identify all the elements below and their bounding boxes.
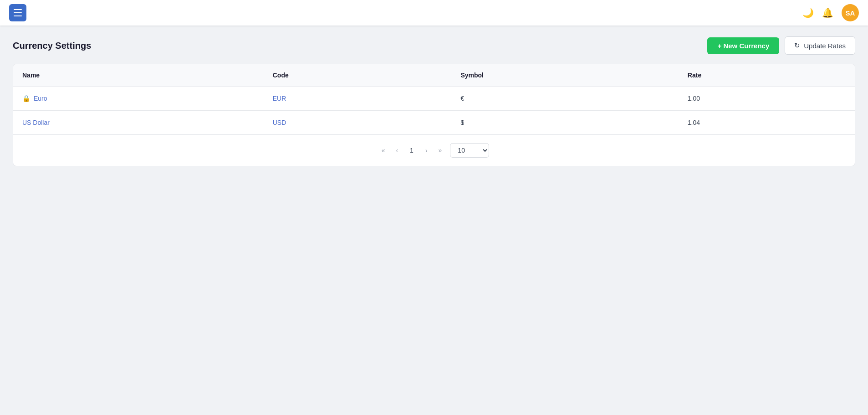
next-page-button[interactable]: › [423, 145, 430, 156]
currency-table: Name Code Symbol Rate 🔒 Euro [13, 64, 855, 166]
current-page: 1 [406, 145, 417, 156]
prev-page-button[interactable]: ‹ [393, 145, 401, 156]
currency-symbol-cell: € [451, 87, 678, 111]
pagination-cell: « ‹ 1 › » 10 25 50 100 [13, 135, 855, 166]
header-actions: + New Currency ↻ Update Rates [707, 36, 855, 55]
dark-mode-icon[interactable]: 🌙 [802, 7, 814, 18]
col-header-symbol: Symbol [451, 64, 678, 87]
col-header-code: Code [264, 64, 452, 87]
new-currency-button[interactable]: + New Currency [707, 37, 779, 54]
col-header-name: Name [13, 64, 264, 87]
lock-icon: 🔒 [22, 95, 30, 102]
notification-icon[interactable]: 🔔 [822, 7, 833, 18]
table-card: Name Code Symbol Rate 🔒 Euro [13, 64, 855, 166]
currency-code: USD [273, 119, 286, 126]
currency-rate-cell: 1.00 [679, 87, 855, 111]
table-row[interactable]: US Dollar USD $ 1.04 [13, 111, 855, 135]
currency-name[interactable]: US Dollar [22, 119, 255, 126]
page-content: Currency Settings + New Currency ↻ Updat… [0, 26, 868, 177]
per-page-select[interactable]: 10 25 50 100 [450, 143, 489, 158]
currency-rate-cell: 1.04 [679, 111, 855, 135]
currency-symbol: $ [460, 119, 464, 126]
first-page-button[interactable]: « [379, 145, 388, 156]
navbar-right: 🌙 🔔 SA [802, 4, 859, 21]
currency-name-cell: US Dollar [13, 111, 264, 135]
navbar-left [9, 4, 26, 21]
pagination-row: « ‹ 1 › » 10 25 50 100 [13, 135, 855, 166]
currency-code-cell: USD [264, 111, 452, 135]
last-page-button[interactable]: » [436, 145, 445, 156]
table-header-row: Name Code Symbol Rate [13, 64, 855, 87]
table-header: Name Code Symbol Rate [13, 64, 855, 87]
refresh-icon: ↻ [794, 41, 800, 50]
table-row[interactable]: 🔒 Euro EUR € 1.00 [13, 87, 855, 111]
update-rates-label: Update Rates [804, 42, 846, 50]
currency-name-cell: 🔒 Euro [13, 87, 264, 111]
currency-code: EUR [273, 95, 286, 102]
update-rates-button[interactable]: ↻ Update Rates [785, 36, 855, 55]
currency-rate: 1.00 [688, 95, 700, 102]
avatar[interactable]: SA [842, 4, 859, 21]
currency-code-cell: EUR [264, 87, 452, 111]
navbar: 🌙 🔔 SA [0, 0, 868, 26]
page-title: Currency Settings [13, 41, 91, 51]
pagination: « ‹ 1 › » 10 25 50 100 [379, 143, 490, 158]
col-header-rate: Rate [679, 64, 855, 87]
hamburger-button[interactable] [9, 4, 26, 21]
table-body: 🔒 Euro EUR € 1.00 [13, 87, 855, 166]
currency-name[interactable]: 🔒 Euro [22, 95, 255, 102]
currency-symbol-cell: $ [451, 111, 678, 135]
currency-rate: 1.04 [688, 119, 700, 126]
currency-symbol: € [460, 95, 464, 102]
page-header: Currency Settings + New Currency ↻ Updat… [13, 36, 855, 55]
